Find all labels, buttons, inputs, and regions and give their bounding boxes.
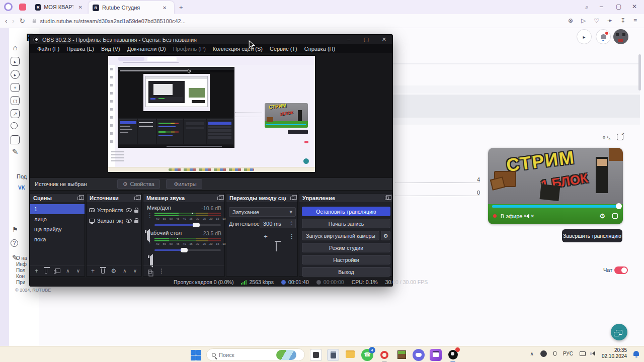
tab-search-icon[interactable] bbox=[19, 4, 26, 11]
spin-buttons[interactable]: ˄ ˅ bbox=[290, 221, 292, 226]
volume-icon[interactable] bbox=[592, 351, 595, 356]
sidebar-add-video-icon[interactable]: + bbox=[11, 83, 20, 92]
sidebar-broadcast-icon[interactable]: (·) bbox=[11, 96, 20, 105]
browser-minimize-button[interactable]: – bbox=[600, 3, 603, 10]
browser-tab-inactive[interactable]: R МОЯ КВАРТИРА В ВИРТУ... ✕ bbox=[31, 1, 87, 13]
sidebar-wand-icon[interactable]: ✎ bbox=[11, 147, 20, 156]
undock-icon[interactable] bbox=[134, 197, 138, 200]
volume-slider[interactable] bbox=[154, 224, 221, 226]
move-source-up-icon[interactable]: ∧ bbox=[123, 268, 126, 274]
avatar[interactable] bbox=[613, 29, 628, 44]
filters-button[interactable]: Фильтры bbox=[166, 179, 202, 189]
tab-close-icon[interactable]: ✕ bbox=[163, 5, 167, 11]
menu-file[interactable]: Файл (F) bbox=[34, 46, 63, 52]
back-icon[interactable]: ‹ bbox=[5, 17, 7, 25]
photos-app-icon[interactable] bbox=[310, 349, 322, 361]
search-widget-image[interactable] bbox=[276, 350, 296, 360]
source-properties-icon[interactable]: ⚙ bbox=[111, 268, 117, 274]
volume-knob[interactable] bbox=[181, 248, 188, 252]
external-link-icon[interactable]: ↗ bbox=[617, 134, 623, 140]
scene-item[interactable]: ща прийду bbox=[30, 224, 85, 234]
stream-player[interactable]: СТРИМ 1 БЛОК В эфире ✕ ⚙ bbox=[488, 148, 623, 224]
new-tab-button[interactable]: + bbox=[179, 4, 183, 11]
obs-close-button[interactable]: ✕ bbox=[382, 36, 386, 43]
spin-down-icon[interactable]: ˅ bbox=[290, 224, 292, 226]
player-progress-knob[interactable] bbox=[616, 203, 622, 209]
browser-maximize-button[interactable]: ▢ bbox=[616, 3, 621, 10]
clipchamp-icon[interactable] bbox=[430, 349, 442, 361]
move-scene-down-icon[interactable]: ∨ bbox=[76, 268, 80, 274]
menu-help[interactable]: Справка (H) bbox=[301, 46, 339, 52]
forward-icon[interactable]: › bbox=[12, 17, 14, 25]
menu-tools[interactable]: Сервис (T) bbox=[266, 46, 301, 52]
taskbar-search[interactable] bbox=[206, 348, 305, 361]
scene-item[interactable]: лицо bbox=[30, 214, 85, 224]
sidebar-analytics-icon[interactable]: ↗ bbox=[11, 109, 20, 118]
sidebar-videos-icon[interactable]: ▸ bbox=[11, 70, 20, 79]
language-indicator[interactable]: РУС bbox=[563, 351, 573, 356]
channel-kebab-icon[interactable]: ⋮ bbox=[147, 213, 153, 219]
undock-icon[interactable] bbox=[385, 197, 389, 200]
opera-logo-icon[interactable] bbox=[4, 3, 13, 11]
download-icon[interactable]: ↧ bbox=[620, 17, 625, 24]
notifications-button[interactable] bbox=[596, 29, 611, 44]
scene-filters-icon[interactable] bbox=[54, 270, 56, 274]
obs-preview-capture[interactable]: СТРИМ 1БЛОК bbox=[108, 56, 315, 172]
remove-source-icon[interactable] bbox=[101, 268, 105, 274]
footer-link[interactable]: При bbox=[16, 280, 29, 285]
visibility-icon[interactable] bbox=[126, 219, 132, 223]
obs-taskbar-icon[interactable] bbox=[447, 349, 459, 361]
tray-app-icon[interactable] bbox=[540, 350, 547, 357]
undock-icon[interactable] bbox=[217, 197, 221, 200]
send-extension-icon[interactable]: ▷ bbox=[581, 17, 586, 24]
tab-close-icon[interactable]: ✕ bbox=[78, 5, 83, 10]
microphone-icon[interactable] bbox=[553, 351, 556, 356]
minecraft-icon[interactable] bbox=[395, 349, 408, 361]
search-input[interactable] bbox=[219, 352, 273, 358]
reload-icon[interactable]: ↻ bbox=[20, 17, 25, 25]
controls-header[interactable]: Управление bbox=[299, 194, 392, 202]
help-icon[interactable]: ? bbox=[11, 239, 18, 247]
clock[interactable]: 20:35 02.10.2024 bbox=[602, 347, 627, 359]
profile-extension-icon[interactable]: ꔹ bbox=[607, 17, 612, 24]
move-source-down-icon[interactable]: ∨ bbox=[133, 268, 137, 274]
whatsapp-icon[interactable]: ☎4 bbox=[361, 349, 373, 361]
notification-bell-icon[interactable] bbox=[633, 351, 639, 356]
file-explorer-icon[interactable] bbox=[344, 349, 356, 361]
volume-slider[interactable] bbox=[154, 249, 221, 251]
virtual-camera-button[interactable]: Запуск виртуальной камеры bbox=[302, 231, 379, 240]
footer-link[interactable]: Кон bbox=[16, 274, 29, 279]
sources-header[interactable]: Источники bbox=[87, 194, 141, 202]
lock-icon[interactable] bbox=[134, 210, 138, 213]
share-icon[interactable]: ⚬°₀ bbox=[601, 134, 610, 141]
discord-icon[interactable] bbox=[413, 349, 425, 361]
remove-scene-icon[interactable] bbox=[45, 268, 47, 274]
menu-docks[interactable]: Док-панели (D) bbox=[124, 46, 170, 52]
browser-menu-icon[interactable]: ≡ bbox=[633, 17, 637, 24]
add-source-icon[interactable]: + bbox=[91, 268, 95, 274]
settings-button[interactable]: Настройки bbox=[302, 255, 390, 264]
footer-link[interactable]: О на bbox=[16, 255, 29, 261]
obs-title-bar[interactable]: OBS 30.2.3 - Профиль: Без названия - Сце… bbox=[30, 35, 392, 44]
opera-icon[interactable] bbox=[378, 349, 390, 361]
page-scrollbar[interactable] bbox=[638, 54, 641, 90]
undock-icon[interactable] bbox=[77, 197, 82, 200]
add-transition-icon[interactable]: + bbox=[261, 232, 271, 241]
exit-button[interactable]: Выход bbox=[302, 267, 390, 277]
undock-icon[interactable] bbox=[290, 197, 294, 200]
virtual-camera-config-button[interactable]: ⚙ bbox=[381, 231, 390, 240]
start-recording-button[interactable]: Начать запись bbox=[302, 219, 390, 228]
url-text[interactable]: studio.rutube.ru/stream/d30xa2ad1a59de07… bbox=[40, 18, 186, 24]
lock-icon[interactable] bbox=[134, 220, 138, 223]
move-scene-up-icon[interactable]: ∧ bbox=[66, 268, 69, 274]
start-button[interactable] bbox=[190, 349, 201, 360]
source-item[interactable]: Захват экра bbox=[87, 216, 141, 226]
tray-chevron-icon[interactable]: ∧ bbox=[530, 351, 534, 356]
visibility-icon[interactable] bbox=[126, 208, 132, 212]
stop-streaming-button[interactable]: Остановить трансляцию bbox=[302, 207, 390, 216]
flag-icon[interactable]: ⚑ bbox=[11, 225, 20, 234]
footer-link[interactable]: Пол bbox=[16, 267, 29, 273]
sidebar-home-icon[interactable]: ⌂ bbox=[11, 43, 20, 52]
transition-select[interactable]: Затухание ▾ bbox=[229, 207, 296, 217]
browser-search-icon[interactable]: ⌕ bbox=[585, 4, 589, 11]
